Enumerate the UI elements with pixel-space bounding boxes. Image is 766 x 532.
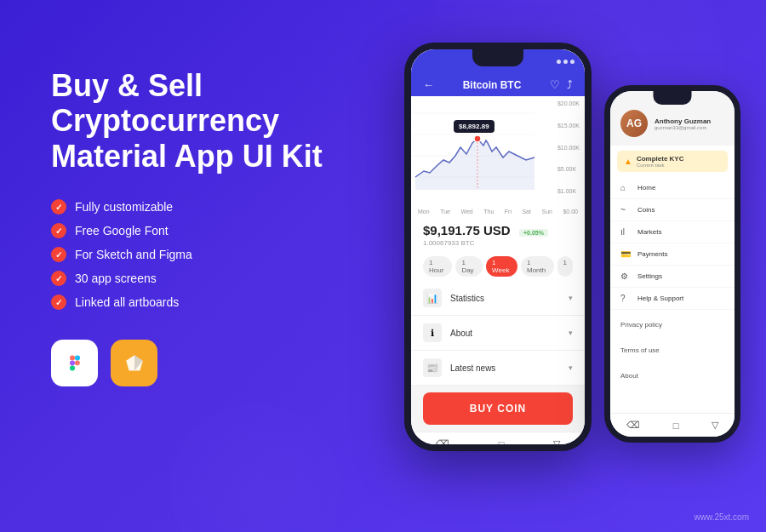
settings-nav-icon: ⚙	[620, 272, 631, 281]
kyc-alert[interactable]: ▲ Complete KYC Current task	[617, 151, 728, 172]
svg-rect-2	[70, 360, 75, 365]
chevron-statistics: ▾	[569, 294, 573, 302]
menu-about[interactable]: ℹ About ▾	[411, 316, 585, 351]
price-row: $9,191.75 USD +0.05%	[423, 223, 573, 238]
nav-menu-icon[interactable]: ▽	[553, 438, 560, 444]
header-action-icons: ♡ ⤴	[550, 78, 573, 91]
chart-area: $20.00K $15.00K $10.00K $5.00K $1.00K	[411, 96, 585, 207]
feature-2: ✓ Free Google Font	[51, 223, 349, 238]
share-icon[interactable]: ⤴	[567, 78, 573, 91]
news-icon: 📰	[423, 358, 442, 377]
price-tooltip: $8,892.89	[454, 120, 494, 133]
user-avatar: AG	[620, 110, 648, 137]
phone-bottom-bar: ⌫ □ ▽	[411, 432, 585, 444]
features-list: ✓ Fully customizable ✓ Free Google Font …	[51, 199, 349, 310]
nav-markets[interactable]: ıl Markets	[610, 221, 735, 243]
about-item[interactable]: About	[610, 361, 735, 386]
coins-nav-label: Coins	[637, 206, 655, 214]
svg-rect-1	[75, 355, 80, 360]
about-icon: ℹ	[423, 323, 442, 342]
svg-marker-11	[415, 139, 534, 190]
home-nav-icon: ⌂	[620, 183, 631, 192]
menu-news[interactable]: 📰 Latest news ▾	[411, 351, 585, 386]
help-nav-label: Help & Support	[637, 295, 683, 302]
tab-1m[interactable]: 1 Month	[521, 256, 554, 277]
chevron-news: ▾	[569, 363, 573, 372]
check-icon-5: ✓	[51, 295, 66, 310]
terms-label: Terms of use	[620, 346, 660, 354]
coin-title: Bitcoin BTC	[463, 79, 522, 91]
left-panel: Buy & Sell Cryptocurrency Material App U…	[51, 68, 349, 386]
main-title: Buy & Sell Cryptocurrency Material App U…	[51, 68, 349, 174]
svg-point-4	[75, 360, 80, 365]
tool-icons	[51, 340, 349, 386]
phone-notch-main	[472, 49, 523, 66]
status-dot-1	[557, 60, 561, 64]
phone-header: ← Bitcoin BTC ♡ ⤴	[411, 73, 585, 96]
tab-1d[interactable]: 1 Day	[455, 256, 483, 277]
tab-1h[interactable]: 1 Hour	[423, 256, 452, 277]
figma-icon	[51, 340, 98, 386]
news-label: Latest news	[450, 363, 495, 373]
heart-icon[interactable]: ♡	[550, 78, 560, 91]
feature-1: ✓ Fully customizable	[51, 199, 349, 215]
sec-menu-icon[interactable]: ▽	[712, 420, 718, 431]
payments-nav-label: Payments	[637, 250, 668, 258]
price-section: $9,191.75 USD +0.05% 1.00067933 BTC	[411, 216, 585, 252]
bg-decoration-2	[170, 404, 340, 532]
status-dot-2	[563, 60, 568, 64]
check-icon-2: ✓	[51, 223, 66, 238]
help-nav-icon: ?	[620, 294, 631, 303]
user-name: Anthony Guzman	[655, 117, 711, 125]
chevron-about: ▾	[569, 329, 573, 337]
tab-1w[interactable]: 1 Week	[486, 256, 517, 277]
kyc-title: Complete KYC	[637, 155, 684, 163]
buy-coin-button[interactable]: BUY COIN	[423, 392, 573, 425]
nav-home-icon[interactable]: □	[499, 439, 505, 445]
check-icon-3: ✓	[51, 247, 66, 262]
phone-screen-main: ← Bitcoin BTC ♡ ⤴ $20.00K $15.00K $10.00…	[411, 49, 585, 444]
nav-home[interactable]: ⌂ Home	[610, 177, 735, 199]
chart-y-labels: $20.00K $15.00K $10.00K $5.00K $1.00K	[557, 100, 580, 194]
kyc-subtitle: Current task	[637, 163, 684, 168]
phones-container: ← Bitcoin BTC ♡ ⤴ $20.00K $15.00K $10.00…	[404, 17, 740, 451]
feature-3: ✓ For Sketch and Figma	[51, 247, 349, 262]
user-email: guzman33@gmail.com	[655, 125, 711, 130]
time-tabs: 1 Hour 1 Day 1 Week 1 Month 1	[411, 252, 585, 281]
status-dots	[557, 60, 574, 64]
tab-extra[interactable]: 1	[557, 256, 573, 277]
privacy-label: Privacy policy	[620, 321, 662, 329]
watermark: www.25xt.com	[695, 512, 749, 522]
privacy-policy-item[interactable]: Privacy policy	[610, 310, 735, 335]
sec-home-icon[interactable]: □	[673, 420, 679, 431]
feature-5: ✓ Linked all artboards	[51, 295, 349, 310]
secondary-phone: AG Anthony Guzman guzman33@gmail.com ▲ C…	[604, 85, 740, 443]
check-icon-1: ✓	[51, 199, 66, 215]
user-info: Anthony Guzman guzman33@gmail.com	[655, 117, 711, 130]
kyc-warning-icon: ▲	[624, 157, 632, 166]
markets-nav-label: Markets	[637, 228, 661, 236]
back-icon[interactable]: ←	[423, 78, 434, 91]
nav-settings[interactable]: ⚙ Settings	[610, 266, 735, 288]
about-label: About	[450, 329, 472, 338]
chart-svg	[411, 96, 556, 198]
statistics-icon: 📊	[423, 289, 442, 307]
markets-nav-icon: ıl	[620, 227, 631, 237]
status-dot-3	[570, 60, 574, 64]
main-price: $9,191.75 USD	[423, 223, 511, 237]
nav-help[interactable]: ? Help & Support	[610, 288, 735, 310]
nav-payments[interactable]: 💳 Payments	[610, 243, 735, 266]
nav-coins[interactable]: ~ Coins	[610, 199, 735, 221]
svg-rect-3	[70, 365, 75, 370]
home-nav-label: Home	[637, 184, 655, 192]
menu-statistics[interactable]: 📊 Statistics ▾	[411, 281, 585, 316]
btc-amount: 1.00067933 BTC	[423, 239, 573, 247]
settings-nav-label: Settings	[637, 272, 662, 280]
chart-x-labels: Mon Tue Wed Thu Fri Sat Sun $0.00	[411, 207, 585, 216]
terms-item[interactable]: Terms of use	[610, 335, 735, 361]
phone-notch-secondary	[654, 91, 692, 105]
sec-back-icon[interactable]: ⌫	[626, 420, 640, 431]
secondary-phone-bottom-bar: ⌫ □ ▽	[610, 413, 735, 437]
nav-back-icon[interactable]: ⌫	[436, 438, 449, 444]
sketch-icon	[111, 340, 157, 386]
